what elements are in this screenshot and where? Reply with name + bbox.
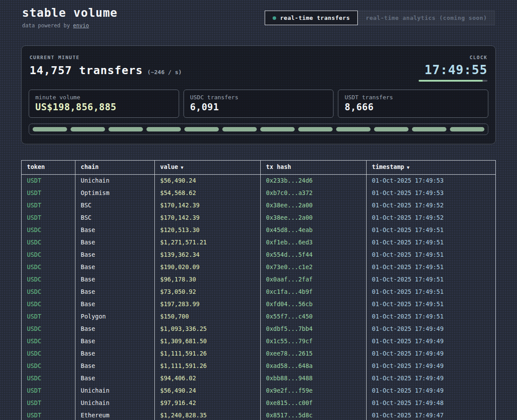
table-body: USDTUnichain$56,490.240x233b...24d601-Oc… [22, 175, 495, 420]
clock-progress-fill [419, 80, 483, 82]
table-row: USDTBSC$170,142.390x38ee...2a0001-Oct-20… [22, 199, 495, 212]
current-minute-label: CURRENT MINUTE [30, 55, 182, 60]
tx-hash-link[interactable]: 0xfd04...56cb [261, 298, 367, 311]
timestamp-cell: 01-Oct-2025 17:49:49 [367, 360, 495, 372]
chain-cell: BSC [75, 212, 155, 224]
column-header-value[interactable]: value▼ [155, 161, 261, 175]
timestamp-cell: 01-Oct-2025 17:49:51 [367, 298, 495, 311]
token-cell: USDC [22, 335, 75, 348]
stat-label-usdc-transfers: USDC transfers [190, 94, 327, 101]
chain-cell: Base [75, 372, 155, 385]
chain-cell: Unichain [75, 397, 155, 409]
tab-real-time-analytics[interactable]: real-time analytics (coming soon) [358, 11, 495, 25]
chain-cell: BSC [75, 199, 155, 212]
chain-cell: Unichain [75, 175, 155, 187]
segment-pill [33, 127, 67, 131]
token-cell: USDT [22, 385, 75, 397]
tx-hash-link[interactable]: 0xdbf5...7bb4 [261, 323, 367, 335]
token-cell: USDC [22, 348, 75, 360]
token-cell: USDT [22, 175, 75, 187]
token-cell: USDC [22, 372, 75, 385]
tx-hash-link[interactable]: 0xad58...648a [261, 360, 367, 372]
table-row: USDTPolygon$150,7000x55f7...c45001-Oct-2… [22, 311, 495, 323]
stat-usdc-transfers: USDC transfers6,091 [184, 90, 334, 118]
segment-pill [412, 127, 446, 131]
stat-value-usdt-transfers: 8,666 [345, 102, 482, 112]
tab-label: real-time transfers [280, 15, 350, 21]
tx-hash-link[interactable]: 0x73e0...c1e2 [261, 261, 367, 274]
timestamp-cell: 01-Oct-2025 17:49:48 [367, 397, 495, 409]
tx-hash-link[interactable]: 0xc1fa...4b9f [261, 286, 367, 298]
value-cell: $190,020.09 [155, 261, 261, 274]
value-cell: $56,490.24 [155, 175, 261, 187]
stat-usdt-transfers: USDT transfers8,666 [338, 90, 488, 118]
value-cell: $1,111,591.26 [155, 348, 261, 360]
clock-label: CLOCK [419, 55, 487, 60]
value-cell: $1,240,828.35 [155, 409, 261, 420]
stat-value-minute-volume: US$198,856,885 [35, 102, 172, 112]
value-cell: $139,362.34 [155, 249, 261, 261]
live-dot-icon [273, 16, 276, 20]
stats-row: minute volumeUS$198,856,885USDC transfer… [29, 90, 488, 118]
value-cell: $1,271,571.21 [155, 236, 261, 249]
stat-minute-volume: minute volumeUS$198,856,885 [29, 90, 179, 118]
tx-hash-link[interactable]: 0x38ee...2a00 [261, 199, 367, 212]
tx-hash-link[interactable]: 0x1c55...79cf [261, 335, 367, 348]
tx-hash-link[interactable]: 0x55f7...c450 [261, 311, 367, 323]
current-minute-panel: CURRENT MINUTE 14,757 transfers (~246 / … [21, 45, 496, 144]
chain-cell: Base [75, 348, 155, 360]
timestamp-cell: 01-Oct-2025 17:49:49 [367, 372, 495, 385]
chain-cell: Unichain [75, 385, 155, 397]
tx-hash-link[interactable]: 0x554d...5f44 [261, 249, 367, 261]
segment-pill [298, 127, 333, 131]
transfers-headline: 14,757 transfers (~246 / s) [30, 64, 182, 77]
chain-cell: Base [75, 261, 155, 274]
top-bar: stable volume data powered by envio real… [21, 6, 496, 29]
table-row: USDCBase$73,050.920xc1fa...4b9f01-Oct-20… [22, 286, 495, 298]
tab-real-time-transfers[interactable]: real-time transfers [265, 11, 358, 25]
timestamp-cell: 01-Oct-2025 17:49:47 [367, 409, 495, 420]
tx-hash-link[interactable]: 0x233b...24d6 [261, 175, 367, 187]
column-header-hash[interactable]: tx hash [261, 161, 367, 175]
value-cell: $170,142.39 [155, 199, 261, 212]
tx-hash-link[interactable]: 0xf1eb...6ed3 [261, 236, 367, 249]
tx-hash-link[interactable]: 0x9e2f...f59e [261, 385, 367, 397]
timestamp-cell: 01-Oct-2025 17:49:49 [367, 323, 495, 335]
column-header-time[interactable]: timestamp▼ [367, 161, 495, 175]
column-header-token[interactable]: token [22, 161, 75, 175]
token-cell: USDC [22, 360, 75, 372]
timestamp-cell: 01-Oct-2025 17:49:52 [367, 199, 495, 212]
tx-hash-link[interactable]: 0xbb88...9488 [261, 372, 367, 385]
tx-hash-link[interactable]: 0x0aaf...2faf [261, 274, 367, 286]
table-row: USDTOptimism$54,568.620xb7c0...a37201-Oc… [22, 187, 495, 199]
value-cell: $120,513.30 [155, 224, 261, 236]
tx-hash-link[interactable]: 0xe815...c00f [261, 397, 367, 409]
tx-hash-link[interactable]: 0x45d8...4eab [261, 224, 367, 236]
token-cell: USDT [22, 199, 75, 212]
tab-label: real-time analytics (coming soon) [366, 15, 487, 21]
timestamp-cell: 01-Oct-2025 17:49:51 [367, 236, 495, 249]
chain-cell: Base [75, 286, 155, 298]
subtitle: data powered by envio [22, 22, 118, 29]
tx-hash-link[interactable]: 0xb7c0...a372 [261, 187, 367, 199]
transfers-table: tokenchainvalue▼tx hashtimestamp▼ USDTUn… [21, 160, 496, 420]
timestamp-cell: 01-Oct-2025 17:49:51 [367, 286, 495, 298]
segment-pill [260, 127, 295, 131]
segment-pill [222, 127, 257, 131]
table-row: USDCBase$1,309,681.500x1c55...79cf01-Oct… [22, 335, 495, 348]
timestamp-cell: 01-Oct-2025 17:49:53 [367, 187, 495, 199]
stat-label-minute-volume: minute volume [35, 94, 172, 101]
table-row: USDTBSC$170,142.390x38ee...2a0001-Oct-20… [22, 212, 495, 224]
segment-pill [109, 127, 143, 131]
tx-hash-link[interactable]: 0x8517...5d8c [261, 409, 367, 420]
segment-pill [184, 127, 219, 131]
timestamp-cell: 01-Oct-2025 17:49:51 [367, 261, 495, 274]
tab-bar: real-time transfersreal-time analytics (… [265, 11, 495, 25]
token-cell: USDC [22, 286, 75, 298]
table-header-row: tokenchainvalue▼tx hashtimestamp▼ [22, 161, 495, 175]
tx-hash-link[interactable]: 0x38ee...2a00 [261, 212, 367, 224]
column-header-chain[interactable]: chain [75, 161, 155, 175]
envio-link[interactable]: envio [73, 22, 89, 29]
brand: stable volume data powered by envio [22, 6, 118, 29]
tx-hash-link[interactable]: 0xee78...2615 [261, 348, 367, 360]
